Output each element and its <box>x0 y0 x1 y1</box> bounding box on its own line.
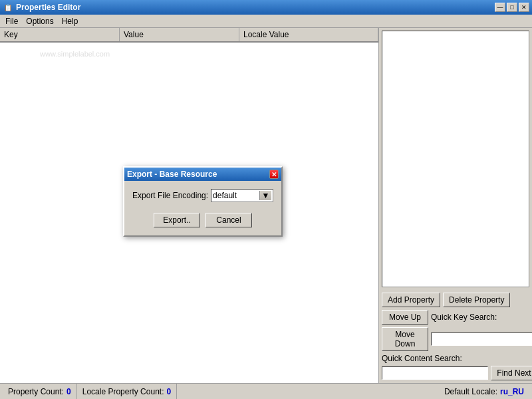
status-bar: Property Count: 0 Locale Property Count:… <box>0 383 532 399</box>
status-locale-count: Locale Property Count: 0 <box>77 384 177 399</box>
quick-content-search-label: Quick Content Search: <box>382 354 462 363</box>
window-icon: 📋 <box>3 2 13 13</box>
btn-row-3: Move Down <box>382 327 529 351</box>
column-header-locale: Locale Value <box>239 28 378 41</box>
status-default-locale: Default Locale: ru_RU <box>439 384 529 399</box>
btn-row-2: Move Up Quick Key Search: <box>382 310 529 325</box>
btn-row-1: Add Property Delete Property <box>382 293 529 307</box>
default-locale-value: ru_RU <box>500 387 524 396</box>
dialog-title: Export - Base Resource <box>127 170 269 179</box>
quick-key-search-label: Quick Key Search: <box>431 313 497 322</box>
locale-property-count-label: Locale Property Count: <box>82 387 164 396</box>
column-header-key: Key <box>0 28 120 41</box>
right-panel-content <box>382 31 529 287</box>
title-bar: 📋 Properties Editor — □ ✕ <box>0 0 532 15</box>
quick-content-search-input[interactable] <box>382 366 488 380</box>
right-panel-buttons: Add Property Delete Property Move Up Qui… <box>382 293 529 380</box>
menu-options[interactable]: Options <box>22 15 57 27</box>
btn-row-4: Quick Content Search: <box>382 354 529 363</box>
default-locale-label: Default Locale: <box>444 387 497 396</box>
table-header: Key Value Locale Value <box>0 28 378 43</box>
status-property-count: Property Count: 0 <box>3 384 77 399</box>
delete-property-button[interactable]: Delete Property <box>443 293 510 307</box>
quick-key-search-input[interactable] <box>431 332 532 346</box>
dialog-buttons: Export.. Cancel <box>132 213 273 227</box>
property-count-label: Property Count: <box>8 387 64 396</box>
right-panel: Add Property Delete Property Move Up Qui… <box>379 28 532 383</box>
find-next-button[interactable]: Find Next <box>491 366 532 380</box>
minimize-button[interactable]: — <box>495 3 505 12</box>
dialog-close-button[interactable]: ✕ <box>269 170 279 179</box>
dialog-title-bar: Export - Base Resource ✕ <box>124 168 281 181</box>
encoding-select[interactable]: default ▼ <box>211 189 273 202</box>
move-down-button[interactable]: Move Down <box>382 327 428 351</box>
encoding-selected-value: default <box>213 191 259 200</box>
menu-bar: File Options Help <box>0 15 532 28</box>
window-title: Properties Editor <box>16 3 495 12</box>
property-count-value: 0 <box>66 387 71 396</box>
add-property-button[interactable]: Add Property <box>382 293 440 307</box>
export-button[interactable]: Export.. <box>154 213 200 227</box>
menu-file[interactable]: File <box>1 15 22 27</box>
encoding-label: Export File Encoding: <box>132 191 208 200</box>
menu-help[interactable]: Help <box>58 15 82 27</box>
close-button[interactable]: ✕ <box>519 3 529 12</box>
column-header-value: Value <box>120 28 239 41</box>
watermark-text: www.simplelabel.com <box>40 50 110 58</box>
title-bar-buttons: — □ ✕ <box>495 3 529 12</box>
btn-row-5: Find Next <box>382 366 529 380</box>
encoding-field-row: Export File Encoding: default ▼ <box>132 189 273 202</box>
maximize-button[interactable]: □ <box>507 3 517 12</box>
dialog-body: Export File Encoding: default ▼ Export..… <box>124 181 281 235</box>
locale-property-count-value: 0 <box>166 387 171 396</box>
move-up-button[interactable]: Move Up <box>382 310 428 325</box>
encoding-dropdown-arrow[interactable]: ▼ <box>259 191 271 200</box>
cancel-button[interactable]: Cancel <box>205 213 252 227</box>
export-dialog: Export - Base Resource ✕ Export File Enc… <box>123 166 283 237</box>
